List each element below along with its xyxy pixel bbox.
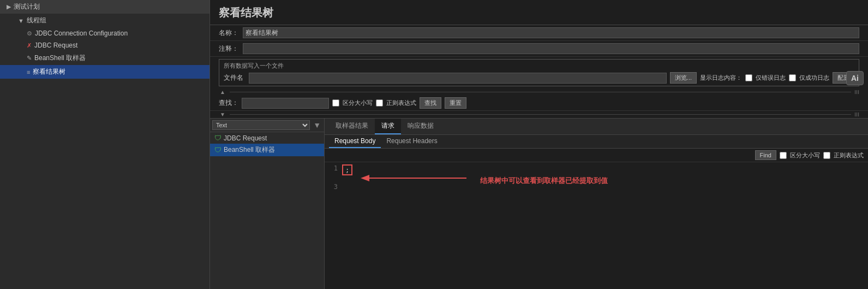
name-row: 名称： (210, 25, 868, 41)
tree-arrow-icon: ▼ (18, 17, 24, 24)
dropdown-arrow-btn[interactable]: ▼ (312, 121, 322, 129)
tab-request[interactable]: 请求 (375, 119, 401, 134)
search-input[interactable] (242, 98, 329, 109)
annotation-text: 结果树中可以查看到取样器已经提取到值 (480, 176, 608, 186)
sidebar-item-result-tree[interactable]: ≡ 察看结果树 (0, 65, 209, 79)
line-num-3: 3 (327, 183, 338, 191)
sidebar-item-label: 测试计划 (14, 2, 40, 11)
case-sensitive-checkbox[interactable] (332, 99, 339, 107)
tab-response-data[interactable]: 响应数据 (401, 119, 440, 134)
display-log-row: 显示日志内容： 仅错误日志 仅成功日志 (700, 74, 829, 82)
sidebar-item-jdbc-connection[interactable]: ⚙ JDBC Connection Configuration (0, 27, 209, 39)
ai-badge: Ai (846, 71, 864, 85)
line-num-1: 1 (327, 164, 338, 175)
search-label: 查找： (219, 98, 238, 108)
regex-label: 正则表达式 (386, 99, 416, 107)
arrow-down-btn[interactable]: ▼ (219, 111, 226, 117)
sub-tab-request-body[interactable]: Request Body (329, 135, 381, 148)
sub-tab-request-headers[interactable]: Request Headers (381, 135, 442, 148)
reset-button[interactable]: 重置 (445, 97, 466, 109)
content-case-row: 区分大小写 (780, 151, 820, 160)
main-tabs-row: 取样器结果 请求 响应数据 (325, 119, 868, 135)
sidebar-item-label: 察看结果树 (33, 67, 65, 76)
panel-title: 察看结果树 (210, 0, 868, 25)
file-row: 文件名 浏览... 显示日志内容： 仅错误日志 仅成功日志 配置 (224, 72, 854, 84)
right-pane: 取样器结果 请求 响应数据 Request Body Request Heade… (325, 119, 868, 289)
file-name-label: 文件名 (224, 73, 246, 82)
tree-toolbar: Text ▼ (210, 119, 324, 132)
content-regex-label: 正则表达式 (834, 151, 864, 160)
line-num-2 (327, 175, 338, 183)
content-case-checkbox[interactable] (780, 152, 787, 159)
drag-handle: ⁞⁞⁞ (854, 89, 859, 95)
sidebar-item-test-plan[interactable]: ▶ 测试计划 (0, 0, 209, 14)
sidebar-item-label: JDBC Request (34, 42, 77, 49)
content-find-row: Find 区分大小写 正则表达式 (325, 149, 868, 162)
annotation-arrow (357, 169, 477, 188)
regex-row: 正则表达式 (376, 99, 416, 107)
drag-handle-2: ⁞⁞⁞ (854, 111, 859, 117)
success-log-label: 仅成功日志 (799, 74, 829, 82)
arrow-up-btn[interactable]: ▲ (219, 89, 226, 95)
content-regex-row: 正则表达式 (823, 151, 864, 160)
tree-pane: Text ▼ 🛡 JDBC Request 🛡 BeanShell 取样器 (210, 119, 325, 289)
shield-icon: 🛡 (214, 146, 222, 154)
gear-icon: ⚙ (27, 30, 32, 37)
case-sensitive-row: 区分大小写 (332, 99, 373, 107)
divider-top: ▲ ⁞⁞⁞ (210, 89, 868, 96)
comment-row: 注释： (210, 41, 868, 57)
tree-arrow-icon: ▶ (7, 3, 11, 10)
file-name-input[interactable] (249, 73, 667, 84)
tree-node-jdbc-request[interactable]: 🛡 JDBC Request (210, 132, 324, 144)
browse-button[interactable]: 浏览... (670, 72, 697, 84)
comment-input[interactable] (243, 43, 859, 54)
regex-checkbox[interactable] (376, 99, 383, 107)
content-case-label: 区分大小写 (790, 151, 820, 160)
file-section: 所有数据写入一个文件 文件名 浏览... 显示日志内容： 仅错误日志 仅成功日志… (219, 59, 859, 86)
case-sensitive-label: 区分大小写 (343, 99, 373, 107)
divider-line (230, 92, 851, 92)
content-regex-checkbox[interactable] (823, 152, 830, 159)
main-panel: 察看结果树 名称： 注释： 所有数据写入一个文件 文件名 浏览... 显示日志内… (210, 0, 868, 289)
sidebar-item-thread-group[interactable]: ▼ 线程组 (0, 14, 209, 27)
annotation-container: 结果树中可以查看到取样器已经提取到值 (357, 169, 608, 188)
search-row: 查找： 区分大小写 正则表达式 查找 重置 (210, 96, 868, 111)
sidebar-item-label: 线程组 (27, 16, 46, 25)
name-label: 名称： (219, 28, 238, 38)
sidebar-item-label: JDBC Connection Configuration (35, 30, 128, 37)
tree-node-beanshell[interactable]: 🛡 BeanShell 取样器 (210, 144, 324, 156)
file-section-title: 所有数据写入一个文件 (224, 62, 854, 70)
sidebar-item-beanshell[interactable]: ✎ BeanShell 取样器 (0, 51, 209, 65)
sidebar: ▶ 测试计划 ▼ 线程组 ⚙ JDBC Connection Configura… (0, 0, 210, 289)
tree-list: 🛡 JDBC Request 🛡 BeanShell 取样器 (210, 132, 324, 289)
code-area: 1 ; 3 (325, 162, 868, 289)
comment-label: 注释： (219, 44, 238, 54)
cross-icon: ✗ (27, 42, 32, 49)
divider-line-2 (230, 114, 851, 115)
name-input[interactable] (243, 27, 859, 38)
pen-icon: ✎ (27, 55, 32, 62)
divider-bottom: ▼ ⁞⁞⁞ (210, 111, 868, 118)
sidebar-item-label: BeanShell 取样器 (34, 54, 86, 63)
content-find-button[interactable]: Find (755, 150, 776, 160)
success-log-checkbox[interactable] (789, 74, 796, 81)
code-content-2 (342, 175, 346, 183)
error-log-label: 仅错误日志 (756, 74, 786, 82)
shield-icon: 🛡 (214, 134, 222, 142)
format-dropdown[interactable]: Text (212, 120, 310, 130)
sub-tabs-row: Request Body Request Headers (325, 135, 868, 149)
sidebar-item-jdbc-request[interactable]: ✗ JDBC Request (0, 39, 209, 51)
tab-sampler-result[interactable]: 取样器结果 (329, 119, 375, 134)
code-highlighted-content: ; (342, 164, 352, 175)
display-log-label: 显示日志内容： (700, 74, 742, 82)
tree-node-label: JDBC Request (224, 134, 267, 142)
tree-node-label: BeanShell 取样器 (224, 145, 275, 155)
find-button[interactable]: 查找 (420, 97, 441, 109)
error-log-checkbox[interactable] (745, 74, 752, 81)
list-icon: ≡ (27, 69, 30, 75)
split-area: Text ▼ 🛡 JDBC Request 🛡 BeanShell 取样器 取样… (210, 118, 868, 289)
